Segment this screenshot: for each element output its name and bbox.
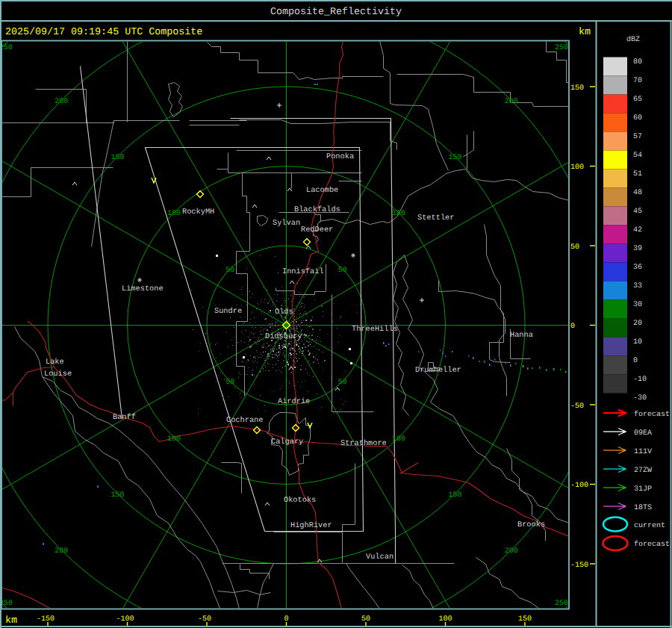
svg-text:100: 100 [392, 210, 405, 218]
svg-text:RockyMH: RockyMH [182, 208, 214, 217]
svg-text:70: 70 [633, 77, 642, 85]
svg-text:150: 150 [111, 491, 125, 500]
svg-text:150: 150 [570, 84, 584, 93]
svg-text:-30: -30 [633, 394, 647, 402]
svg-text:Lacombe: Lacombe [306, 186, 338, 195]
svg-text:Airdrie: Airdrie [278, 397, 310, 406]
svg-text:51: 51 [633, 170, 642, 178]
svg-text:33: 33 [633, 282, 642, 290]
svg-text:111V: 111V [634, 448, 652, 456]
svg-text:Brooks: Brooks [517, 520, 545, 529]
svg-text:Innisfail: Innisfail [282, 267, 324, 276]
svg-text:150: 150 [111, 154, 125, 162]
svg-text:-150: -150 [37, 615, 55, 624]
svg-text:60: 60 [633, 114, 642, 122]
svg-text:150: 150 [448, 491, 461, 500]
svg-text:50: 50 [570, 243, 579, 252]
svg-text:57: 57 [633, 133, 642, 141]
svg-text:Cochrane: Cochrane [226, 416, 263, 425]
svg-text:48: 48 [633, 189, 642, 197]
svg-text:27ZW: 27ZW [634, 467, 652, 475]
svg-text:09EA: 09EA [634, 429, 652, 438]
svg-text:Ponoka: Ponoka [326, 152, 354, 161]
svg-text:42: 42 [633, 226, 642, 234]
svg-text:80: 80 [633, 58, 642, 66]
svg-text:Banff: Banff [113, 413, 136, 422]
svg-text:200: 200 [55, 98, 68, 106]
svg-text:forecast: forecast [634, 410, 670, 419]
svg-text:20: 20 [633, 320, 642, 328]
svg-text:100: 100 [167, 435, 181, 444]
svg-text:Stettler: Stettler [417, 214, 454, 223]
svg-text:km: km [579, 27, 591, 38]
svg-text:Louise: Louise [44, 370, 72, 379]
svg-text:39: 39 [633, 245, 642, 253]
svg-text:Blackfalds: Blackfalds [294, 205, 340, 214]
svg-text:2025/09/17 09:19:45 UTC Compos: 2025/09/17 09:19:45 UTC Composite [5, 27, 202, 38]
svg-text:50: 50 [338, 267, 347, 275]
svg-text:54: 54 [633, 152, 642, 160]
svg-text:36: 36 [633, 264, 642, 272]
svg-text:-10: -10 [633, 376, 647, 384]
svg-text:200: 200 [505, 98, 518, 106]
svg-text:dBZ: dBZ [626, 35, 640, 44]
svg-text:Didsbury: Didsbury [265, 332, 302, 341]
svg-text:100: 100 [167, 210, 181, 218]
svg-text:forecast: forecast [634, 540, 670, 549]
svg-text:ThreeHills: ThreeHills [352, 325, 398, 334]
svg-text:-100: -100 [116, 615, 134, 624]
svg-text:-150: -150 [570, 562, 588, 570]
svg-text:150: 150 [448, 154, 461, 162]
svg-text:RedDeer: RedDeer [301, 226, 333, 234]
svg-text:100: 100 [570, 164, 584, 172]
svg-text:50: 50 [225, 379, 234, 387]
svg-text:Lake: Lake [46, 358, 64, 367]
svg-text:Hanna: Hanna [510, 331, 533, 340]
svg-text:30: 30 [633, 301, 642, 309]
svg-text:Calgary: Calgary [271, 438, 303, 447]
svg-text:18TS: 18TS [634, 504, 652, 512]
svg-text:km: km [5, 615, 17, 627]
svg-text:45: 45 [633, 208, 642, 216]
svg-text:-100: -100 [570, 482, 588, 490]
svg-text:Strathmore: Strathmore [340, 439, 387, 448]
svg-text:Sylvan: Sylvan [273, 219, 300, 228]
svg-text:Drumheller: Drumheller [415, 366, 461, 375]
svg-text:31JP: 31JP [634, 485, 652, 494]
svg-text:current: current [634, 522, 665, 530]
svg-text:Sundre: Sundre [214, 307, 242, 316]
svg-text:200: 200 [55, 547, 68, 556]
svg-text:0: 0 [633, 357, 638, 365]
svg-text:250: 250 [555, 600, 568, 608]
svg-text:200: 200 [505, 547, 518, 556]
svg-text:Composite_Reflectivity: Composite_Reflectivity [270, 7, 402, 18]
svg-text:Okotoks: Okotoks [284, 496, 316, 505]
svg-text:250: 250 [555, 44, 568, 52]
svg-text:50: 50 [338, 379, 347, 387]
svg-text:HighRiver: HighRiver [290, 521, 332, 530]
svg-text:100: 100 [392, 435, 405, 444]
svg-text:10: 10 [633, 338, 642, 346]
svg-text:65: 65 [633, 96, 642, 104]
svg-text:Vulcan: Vulcan [366, 553, 393, 562]
svg-text:0: 0 [570, 323, 575, 331]
svg-text:Olds: Olds [275, 308, 293, 317]
svg-text:-50: -50 [570, 402, 584, 411]
svg-text:-50: -50 [198, 615, 211, 624]
svg-text:Limestone: Limestone [122, 285, 164, 293]
svg-text:50: 50 [225, 267, 234, 275]
